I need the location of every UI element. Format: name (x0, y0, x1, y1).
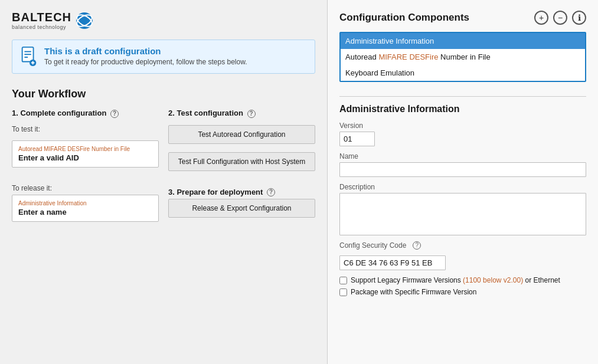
description-label: Description (339, 183, 586, 191)
step2-label: 2. Test configuration ? (168, 109, 315, 118)
description-textarea[interactable] (339, 193, 586, 235)
config-header: Configuration Components + − ℹ (339, 11, 586, 25)
specific-firmware-checkbox[interactable] (339, 288, 347, 296)
workflow-title: Your Workflow (12, 88, 315, 100)
workflow-col-1: 1. Complete configuration ? To test it: … (12, 109, 159, 222)
test-autoread-button[interactable]: Test Autoread Configuration (168, 125, 315, 144)
legacy-firmware-checkbox[interactable] (339, 277, 347, 284)
name-input[interactable] (339, 162, 586, 177)
component-item-autoread[interactable]: Autoread MIFARE DESFire Number in File (341, 49, 585, 65)
autoread-highlight: MIFARE DESFire (378, 53, 438, 61)
draft-title: This is a draft configuration (44, 46, 247, 56)
logo-area: BALTECH balanced technology (12, 11, 315, 30)
component-item-keyboard[interactable]: Keyboard Emulation (341, 65, 585, 81)
logo-icon (75, 11, 94, 30)
legacy-firmware-row: Support Legacy Firmware Versions (1100 b… (339, 276, 586, 284)
step2-help-icon[interactable]: ? (247, 110, 256, 118)
test-full-config-button[interactable]: Test Full Configuration with Host System (168, 152, 315, 171)
step3-help-icon[interactable]: ? (267, 188, 275, 196)
security-help-icon[interactable]: ? (413, 241, 421, 250)
draft-desc: To get it ready for productive deploymen… (44, 58, 247, 66)
step3-task-card[interactable]: Administrative Information Enter a name (12, 195, 159, 222)
step1-card-main: Enter a valid AID (18, 153, 152, 162)
step1-help-icon[interactable]: ? (110, 110, 119, 118)
logo-subtitle: balanced technology (12, 24, 71, 30)
add-component-button[interactable]: + (534, 11, 548, 25)
security-label: Config Security Code (339, 241, 406, 250)
logo-text: BALTECH balanced technology (12, 11, 71, 30)
legacy-firmware-label: Support Legacy Firmware Versions (1100 b… (351, 276, 560, 284)
draft-banner: This is a draft configuration To get it … (12, 40, 315, 74)
version-label: Version (339, 122, 586, 130)
step3-col: 3. Prepare for deployment ? Release & Ex… (168, 188, 315, 222)
specific-firmware-label: Package with Specific Firmware Version (351, 288, 476, 296)
workflow-columns: 1. Complete configuration ? To test it: … (12, 109, 315, 222)
step3-release-label: To release it: Administrative Informatio… (12, 184, 159, 222)
component-item-admin[interactable]: Administrative Information (341, 33, 585, 49)
checkboxes-area: Support Legacy Firmware Versions (1100 b… (339, 276, 586, 300)
step1-task-card[interactable]: Autoread MIFARE DESFire Number in File E… (12, 140, 159, 168)
release-export-button[interactable]: Release & Export Configuration (168, 199, 315, 218)
admin-info-title: Administrative Information (339, 104, 586, 114)
section-divider (339, 96, 586, 97)
step3-card-sub: Administrative Information (18, 200, 152, 206)
component-list: Administrative Information Autoread MIFA… (339, 32, 586, 82)
step3-label: 3. Prepare for deployment ? (168, 188, 315, 197)
name-label: Name (339, 152, 586, 160)
workflow-col-2: 2. Test configuration ? Test Autoread Co… (168, 109, 315, 222)
info-component-button[interactable]: ℹ (572, 11, 586, 25)
config-components-title: Configuration Components (339, 12, 530, 24)
step3-card-main: Enter a name (18, 208, 152, 217)
logo-baltech: BALTECH (12, 11, 71, 24)
draft-icon (19, 46, 38, 67)
security-row: Config Security Code ? (339, 241, 586, 250)
left-panel: BALTECH balanced technology This is a dr… (0, 0, 328, 364)
security-input[interactable] (339, 255, 446, 270)
step1-card-sub: Autoread MIFARE DESFire Number in File (18, 146, 152, 152)
step1-label: 1. Complete configuration ? (12, 109, 159, 118)
right-panel: Configuration Components + − ℹ Administr… (328, 0, 598, 364)
draft-text: This is a draft configuration To get it … (44, 46, 247, 66)
specific-firmware-row: Package with Specific Firmware Version (339, 288, 586, 296)
remove-component-button[interactable]: − (553, 11, 567, 25)
step3-sublabel: To release it: (12, 184, 159, 192)
version-input[interactable] (339, 132, 375, 146)
step1-sublabel: To test it: (12, 125, 159, 133)
